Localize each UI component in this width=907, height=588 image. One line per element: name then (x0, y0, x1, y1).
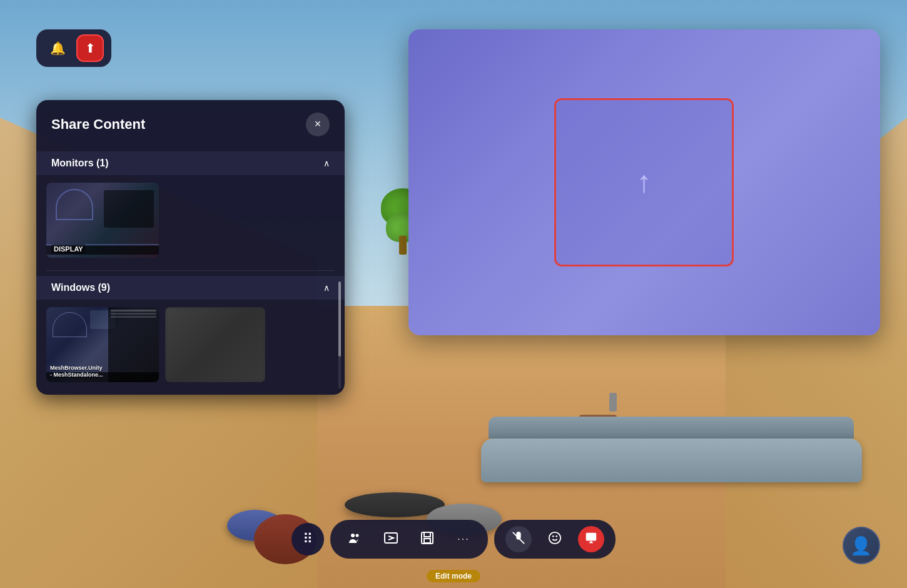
save-icon (420, 530, 435, 549)
mic-muted-icon (512, 531, 525, 548)
close-icon: × (315, 118, 322, 131)
svg-point-1 (356, 534, 359, 537)
windows-chevron-icon: ∧ (323, 283, 330, 293)
windows-section: Windows (9) ∧ Mesh (36, 271, 345, 395)
close-panel-button[interactable]: × (306, 113, 330, 136)
monitor-label: DISPLAY (51, 244, 86, 254)
game-panel-right (108, 307, 159, 382)
monitors-section-title: Monitors (1) (51, 158, 109, 169)
notification-button[interactable]: 🔔 (44, 34, 71, 62)
mic-mute-button[interactable] (505, 526, 532, 552)
monitors-section-content: DISPLAY (36, 175, 345, 265)
people-icon (347, 530, 362, 549)
grid-apps-button[interactable]: ⠿ (291, 523, 324, 555)
window-1-label: MeshBrowser.Unity- MeshStandalone... (50, 365, 103, 378)
emoji-button[interactable] (542, 526, 568, 552)
notification-icon: 🔔 (50, 41, 66, 56)
svg-point-0 (351, 534, 355, 537)
more-icon: ··· (457, 534, 469, 545)
windows-section-content: MeshBrowser.Unity- MeshStandalone... (36, 300, 345, 390)
people-button[interactable] (342, 526, 368, 552)
monitor-thumbnail-1[interactable]: DISPLAY (46, 183, 159, 258)
vase (609, 393, 617, 412)
more-options-button[interactable]: ··· (450, 526, 477, 552)
share-active-button[interactable] (578, 526, 604, 552)
edit-mode-badge: Edit mode (427, 570, 480, 582)
media-button[interactable] (378, 526, 404, 552)
upload-arrow-icon: ↑ (636, 167, 651, 197)
svg-rect-5 (424, 539, 430, 543)
edit-mode-label: Edit mode (435, 572, 472, 580)
top-toolbar: 🔔 ⬆ (36, 29, 111, 67)
monitors-section-header[interactable]: Monitors (1) ∧ (36, 151, 345, 175)
save-button[interactable] (414, 526, 440, 552)
svg-rect-4 (424, 532, 430, 537)
sofa-area (481, 438, 862, 482)
mic-toolbar-pill (494, 520, 616, 559)
emoji-icon (548, 531, 562, 548)
screen-upload-area: ↑ (554, 98, 734, 266)
preview-arch (56, 189, 93, 220)
scrollbar-thumb[interactable] (338, 281, 341, 357)
share-upload-icon: ⬆ (85, 41, 96, 56)
svg-point-7 (549, 532, 560, 543)
avatar-button[interactable]: 👤 (843, 527, 880, 564)
window-preview-2-blurred (165, 307, 265, 382)
svg-rect-10 (586, 532, 597, 540)
arch-decoration (53, 312, 87, 337)
share-button[interactable]: ⬆ (76, 34, 104, 62)
bottom-toolbar-container: ⠿ (291, 520, 616, 559)
svg-rect-2 (385, 533, 397, 543)
share-panel-title: Share Content (51, 116, 145, 133)
share-active-icon (584, 531, 598, 548)
windows-section-header[interactable]: Windows (9) ∧ (36, 276, 345, 300)
share-content-panel: Share Content × Monitors (1) ∧ DISPLAY (36, 100, 345, 395)
monitors-chevron-icon: ∧ (323, 158, 330, 168)
main-toolbar-pill: ··· (330, 520, 488, 559)
media-icon (383, 530, 398, 549)
grid-icon: ⠿ (303, 531, 313, 547)
windows-section-title: Windows (9) (51, 282, 110, 293)
panel-scrollbar[interactable] (338, 281, 341, 388)
window-thumbnail-2[interactable] (165, 307, 265, 382)
big-screen: ↑ (408, 29, 880, 335)
avatar-icon: 👤 (850, 535, 872, 556)
monitors-section: Monitors (1) ∧ DISPLAY (36, 146, 345, 270)
share-panel-header: Share Content × (36, 100, 345, 146)
window-thumbnail-1[interactable]: MeshBrowser.Unity- MeshStandalone... (46, 307, 159, 382)
